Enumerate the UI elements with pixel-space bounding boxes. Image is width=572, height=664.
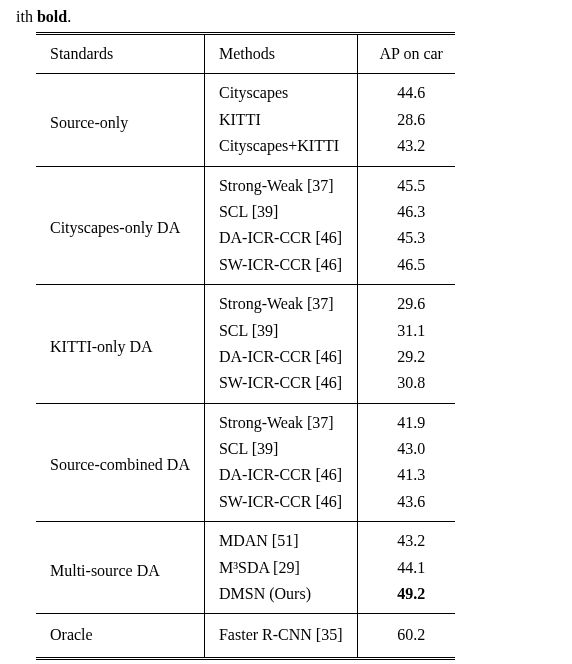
ap-cell: 46.5: [357, 252, 455, 285]
method-cell: SW-ICR-CCR [46]: [204, 489, 357, 522]
ap-cell: 43.2: [357, 522, 455, 555]
method-cell: SW-ICR-CCR [46]: [204, 370, 357, 403]
caption-bold: bold: [37, 8, 67, 25]
table-row: Multi-source DAMDAN [51]43.2: [36, 522, 455, 555]
ap-cell: 46.3: [357, 199, 455, 225]
standards-cell: Source-only: [36, 74, 204, 166]
ap-cell: 30.8: [357, 370, 455, 403]
ap-cell: 45.5: [357, 166, 455, 199]
ap-value-bold: 49.2: [397, 585, 425, 602]
standards-cell: Multi-source DA: [36, 522, 204, 614]
col-standards: Standards: [36, 34, 204, 74]
method-cell: Cityscapes+KITTI: [204, 133, 357, 166]
table-header-row: Standards Methods AP on car: [36, 34, 455, 74]
method-cell: Strong-Weak [37]: [204, 285, 357, 318]
ap-cell: 43.2: [357, 133, 455, 166]
ap-cell: 43.0: [357, 436, 455, 462]
table-row: Cityscapes-only DAStrong-Weak [37]45.5: [36, 166, 455, 199]
method-cell: Cityscapes: [204, 74, 357, 107]
ap-cell: 41.3: [357, 462, 455, 488]
table-row: Source-onlyCityscapes44.6: [36, 74, 455, 107]
method-cell: SW-ICR-CCR [46]: [204, 252, 357, 285]
standards-cell: Source-combined DA: [36, 403, 204, 522]
method-cell: Faster R-CNN [35]: [204, 614, 357, 658]
ap-cell: 49.2: [357, 581, 455, 614]
ap-cell: 45.3: [357, 225, 455, 251]
ap-cell: 44.6: [357, 74, 455, 107]
ap-cell: 60.2: [357, 614, 455, 658]
method-cell: DA-ICR-CCR [46]: [204, 225, 357, 251]
method-cell: Strong-Weak [37]: [204, 403, 357, 436]
table-row: Source-combined DAStrong-Weak [37]41.9: [36, 403, 455, 436]
table-row: KITTI-only DAStrong-Weak [37]29.6: [36, 285, 455, 318]
method-cell: SCL [39]: [204, 436, 357, 462]
ap-cell: 44.1: [357, 555, 455, 581]
method-cell: MDAN [51]: [204, 522, 357, 555]
col-methods: Methods: [204, 34, 357, 74]
method-cell: Strong-Weak [37]: [204, 166, 357, 199]
standards-cell: Oracle: [36, 614, 204, 658]
table-row: OracleFaster R-CNN [35]60.2: [36, 614, 455, 658]
ap-cell: 43.6: [357, 489, 455, 522]
method-cell: DA-ICR-CCR [46]: [204, 462, 357, 488]
caption-fragment: ith bold.: [16, 8, 556, 26]
table-body: Source-onlyCityscapes44.6KITTI28.6Citysc…: [36, 74, 455, 658]
standards-cell: KITTI-only DA: [36, 285, 204, 404]
standards-cell: Cityscapes-only DA: [36, 166, 204, 285]
ap-cell: 29.6: [357, 285, 455, 318]
method-cell: DMSN (Ours): [204, 581, 357, 614]
ap-cell: 41.9: [357, 403, 455, 436]
method-cell: KITTI: [204, 107, 357, 133]
caption-prefix: ith: [16, 8, 37, 25]
ap-cell: 28.6: [357, 107, 455, 133]
ap-cell: 31.1: [357, 318, 455, 344]
method-cell: DA-ICR-CCR [46]: [204, 344, 357, 370]
caption-suffix: .: [67, 8, 71, 25]
method-cell: SCL [39]: [204, 318, 357, 344]
results-table-wrap: Standards Methods AP on car Source-onlyC…: [36, 32, 556, 660]
results-table: Standards Methods AP on car Source-onlyC…: [36, 32, 455, 660]
method-cell: M³SDA [29]: [204, 555, 357, 581]
col-ap: AP on car: [357, 34, 455, 74]
method-cell: SCL [39]: [204, 199, 357, 225]
ap-cell: 29.2: [357, 344, 455, 370]
